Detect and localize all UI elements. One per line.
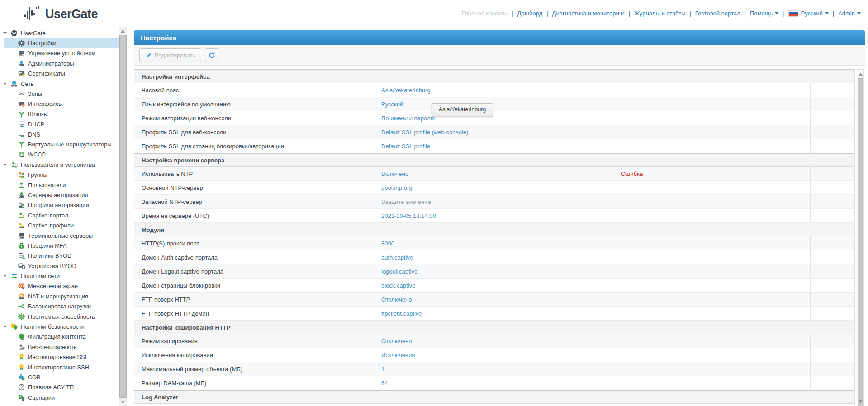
setting-value: 64 — [381, 380, 621, 387]
row-filler — [811, 181, 854, 194]
edit-button-label: Редактировать — [155, 52, 195, 59]
sidebar-item-captive-profiles[interactable]: Captive-профили — [0, 220, 119, 230]
auth-profiles-icon — [18, 202, 25, 208]
row-filler — [811, 264, 854, 278]
sidebar-item-interfaces[interactable]: Интерфейсы — [0, 99, 119, 109]
usergate-logo[interactable]: UserGate — [24, 6, 98, 21]
sidebar-item-scenarios[interactable]: Сценарии — [0, 392, 119, 402]
scroll-up-icon[interactable] — [119, 27, 127, 35]
sidebar-item-bandwidth[interactable]: Пропускная способность — [0, 312, 119, 321]
tree-collapse-icon[interactable] — [3, 32, 8, 34]
setting-label: Профиль SSL для страниц блокировки/автор… — [134, 143, 381, 150]
nav-separator: | — [783, 10, 784, 17]
sidebar-item-nat-routing[interactable]: NAT и маршрутизация — [0, 291, 119, 301]
setting-value: ftpclient.captive — [381, 310, 621, 317]
setting-label: Использовать NTP — [134, 170, 381, 177]
setting-status — [621, 279, 811, 292]
tree-collapse-icon[interactable] — [3, 164, 8, 166]
device-management-icon — [18, 50, 25, 57]
sidebar-group-network-policies[interactable]: Политики сети — [0, 271, 119, 281]
scroll-down-icon[interactable] — [857, 397, 863, 405]
nav-link-5[interactable]: Гостевой портал — [695, 10, 740, 17]
tree-collapse-icon[interactable] — [3, 326, 8, 328]
sidebar-item-label: Профили авторизации — [28, 202, 89, 208]
settings-row: Профиль SSL для веб-консолиDefault SSL p… — [134, 125, 854, 139]
sidebar-item-captive-portal[interactable]: Captive-портал — [0, 210, 119, 220]
row-filler — [811, 209, 854, 222]
nav-link-6[interactable]: Помощь — [750, 10, 778, 17]
sidebar-item-terminal-servers[interactable]: Терминальные серверы — [0, 231, 119, 241]
refresh-icon — [209, 52, 215, 59]
settings-row: FTP поверх HTTP доменftpclient.captive — [134, 307, 854, 321]
nav-link-8[interactable]: Admin — [838, 10, 861, 17]
sidebar-item-label: Устройства BYOD — [28, 263, 76, 269]
sidebar-item-administrators[interactable]: Администраторы — [0, 58, 119, 68]
setting-label: Режим кэширования — [134, 338, 381, 345]
nav-link-7[interactable]: Русский — [801, 10, 829, 17]
sidebar-item-gateways[interactable]: Шлюзы — [0, 109, 119, 119]
sidebar-group-usergate-hub[interactable]: UserGate — [0, 28, 119, 38]
sidebar-item-firewall[interactable]: Межсетевой экран — [0, 281, 119, 291]
sidebar-item-virtual-routers[interactable]: Виртуальные маршрутизаторы — [0, 139, 119, 149]
settings-row: Основной NTP-серверpool.ntp.org — [134, 181, 854, 195]
sidebar-item-label: Правила АСУ ТП — [28, 384, 74, 391]
sidebar-item-zones[interactable]: Зоны — [0, 89, 119, 99]
sidebar-group-network-globe[interactable]: Сеть — [0, 79, 119, 89]
row-filler — [811, 83, 854, 97]
main-scrollbar[interactable] — [857, 69, 864, 406]
section-header: Log Analyzer — [134, 390, 854, 404]
sidebar-item-scada-rules[interactable]: Правила АСУ ТП — [0, 382, 119, 392]
setting-label: HTTP(S)-прокси порт — [134, 240, 381, 247]
tree-collapse-icon[interactable] — [3, 83, 8, 85]
sidebar-item-auth-profiles[interactable]: Профили авторизации — [0, 200, 119, 210]
sidebar-item-label: DHCP — [28, 121, 44, 127]
nav-separator: | — [629, 10, 630, 17]
row-filler — [811, 293, 854, 306]
terminal-servers-icon — [18, 232, 25, 239]
sidebar-item-ssh-inspection[interactable]: Инспектирование SSH — [0, 362, 119, 372]
sidebar-item-byod-policies[interactable]: Политики BYOD — [0, 251, 119, 261]
sidebar-item-groups[interactable]: Группы — [0, 170, 119, 179]
nav-link-2[interactable]: Дашборд — [517, 10, 543, 17]
sidebar-item-content-filtering[interactable]: Фильтрация контента — [0, 332, 119, 342]
sidebar-item-certificates[interactable]: Сертификаты — [0, 69, 119, 79]
scroll-down-icon[interactable] — [119, 398, 127, 406]
nav-link-3[interactable]: Диагностика и мониторинг — [552, 10, 625, 17]
section-header: Настройки интерфейса — [134, 70, 854, 83]
sidebar-scroll-thumb[interactable] — [119, 35, 127, 398]
sidebar-item-gear[interactable]: Настройки — [4, 38, 119, 48]
sidebar-item-ids[interactable]: СОВ — [0, 372, 119, 382]
setting-value: Отключено — [381, 296, 621, 303]
settings-row: Язык интерфейса по умолчаниюРусский — [134, 97, 854, 111]
sidebar-group-security-policies[interactable]: Политики безопасности — [0, 321, 119, 331]
sidebar-item-load-balancing[interactable]: Балансировка нагрузки — [0, 302, 119, 312]
setting-status — [621, 236, 811, 250]
edit-button[interactable]: Редактировать — [139, 48, 201, 62]
sidebar-item-ssl-inspection[interactable]: Инспектирование SSL — [0, 352, 119, 362]
sidebar-item-dns[interactable]: DNS — [0, 129, 119, 139]
nav-link-4[interactable]: Журналы и отчёты — [634, 10, 685, 17]
sidebar-item-dhcp[interactable]: DHCP — [0, 119, 119, 129]
setting-status — [621, 307, 811, 320]
sidebar-item-users[interactable]: Пользователи — [0, 180, 119, 190]
main-scroll-thumb[interactable] — [858, 78, 863, 406]
setting-status — [621, 111, 811, 125]
setting-value: 8090 — [381, 240, 621, 247]
sidebar-item-label: Сертификаты — [28, 70, 65, 77]
sidebar-item-mfa-profiles[interactable]: Профили MFA — [0, 241, 119, 250]
scroll-up-icon[interactable] — [857, 70, 863, 78]
sidebar-item-auth-servers[interactable]: Серверы авторизации — [0, 190, 119, 200]
tree-collapse-icon[interactable] — [3, 275, 8, 277]
refresh-button[interactable] — [205, 48, 219, 62]
sidebar-item-device-management[interactable]: Управление устройством — [0, 48, 119, 58]
sidebar-item-label: Межсетевой экран — [28, 283, 78, 289]
sidebar-item-wccp[interactable]: WCCP — [0, 150, 119, 160]
nav-separator: | — [745, 10, 746, 17]
settings-row: HTTP(S)-прокси порт8090 — [134, 236, 854, 250]
sidebar-group-users-devices[interactable]: Пользователи и устройства — [0, 160, 119, 170]
sidebar-item-byod-devices[interactable]: Устройства BYOD — [0, 261, 119, 271]
sidebar-item-web-security[interactable]: Веб-безопасность — [0, 342, 119, 352]
sidebar-scrollbar[interactable] — [119, 27, 127, 406]
sidebar-item-label: Сценарии — [28, 394, 55, 401]
setting-status — [621, 264, 811, 278]
